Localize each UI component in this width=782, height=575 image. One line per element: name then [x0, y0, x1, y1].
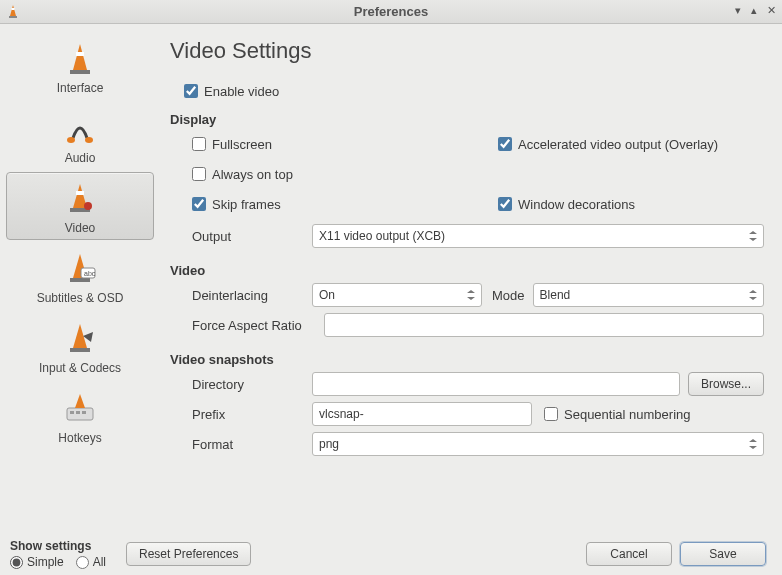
show-settings-all-radio[interactable]: All: [76, 555, 106, 569]
always-on-top-input[interactable]: [192, 167, 206, 181]
window-decorations-checkbox[interactable]: Window decorations: [458, 197, 764, 212]
show-settings-simple-radio[interactable]: Simple: [10, 555, 64, 569]
cancel-button[interactable]: Cancel: [586, 542, 672, 566]
vlc-cone-icon: [6, 4, 20, 21]
sidebar-item-hotkeys[interactable]: Hotkeys: [6, 382, 154, 450]
sidebar-item-input-codecs[interactable]: Input & Codecs: [6, 312, 154, 380]
svg-rect-20: [76, 411, 80, 414]
show-settings-label: Show settings: [10, 539, 106, 553]
sidebar-item-label: Hotkeys: [7, 431, 153, 445]
svg-marker-3: [73, 44, 87, 70]
skip-frames-checkbox[interactable]: Skip frames: [192, 197, 458, 212]
enable-video-input[interactable]: [184, 84, 198, 98]
skip-frames-label: Skip frames: [212, 197, 281, 212]
sidebar-item-label: Subtitles & OSD: [7, 291, 153, 305]
format-label: Format: [192, 437, 312, 452]
svg-marker-0: [10, 5, 16, 16]
directory-input[interactable]: [312, 372, 680, 396]
video-heading: Video: [170, 263, 764, 278]
sidebar-item-subtitles[interactable]: abc Subtitles & OSD: [6, 242, 154, 310]
svg-rect-21: [82, 411, 86, 414]
svg-rect-13: [70, 278, 90, 282]
svg-rect-17: [70, 348, 90, 352]
sequential-numbering-checkbox[interactable]: Sequential numbering: [544, 407, 690, 422]
force-aspect-ratio-input[interactable]: [324, 313, 764, 337]
display-heading: Display: [170, 112, 764, 127]
always-on-top-checkbox[interactable]: Always on top: [192, 167, 293, 182]
page-title: Video Settings: [170, 38, 764, 64]
sidebar-item-audio[interactable]: Audio: [6, 102, 154, 170]
sidebar-item-video[interactable]: Video: [6, 172, 154, 240]
always-on-top-label: Always on top: [212, 167, 293, 182]
svg-rect-4: [76, 52, 84, 56]
window-decorations-label: Window decorations: [518, 197, 635, 212]
title-bar: Preferences ▾ ▴ ✕: [0, 0, 782, 24]
deinterlacing-label: Deinterlacing: [192, 288, 312, 303]
enable-video-label: Enable video: [204, 84, 279, 99]
svg-marker-22: [75, 394, 85, 408]
hotkeys-icon: [7, 389, 153, 429]
fullscreen-label: Fullscreen: [212, 137, 272, 152]
sidebar-item-interface[interactable]: Interface: [6, 32, 154, 100]
format-select[interactable]: png: [312, 432, 764, 456]
fullscreen-checkbox[interactable]: Fullscreen: [192, 137, 458, 152]
preferences-sidebar: Interface Audio Video abc Subtitles & OS…: [0, 24, 160, 533]
minimize-icon[interactable]: ▾: [735, 4, 741, 17]
directory-label: Directory: [192, 377, 312, 392]
interface-icon: [7, 39, 153, 79]
codecs-icon: [7, 319, 153, 359]
svg-point-7: [85, 137, 93, 143]
close-icon[interactable]: ✕: [767, 4, 776, 17]
save-button[interactable]: Save: [680, 542, 766, 566]
svg-text:abc: abc: [84, 270, 96, 277]
sidebar-item-label: Input & Codecs: [7, 361, 153, 375]
force-aspect-ratio-label: Force Aspect Ratio: [192, 318, 324, 333]
output-select[interactable]: X11 video output (XCB): [312, 224, 764, 248]
svg-point-11: [84, 202, 92, 210]
svg-rect-2: [9, 16, 17, 18]
accelerated-output-input[interactable]: [498, 137, 512, 151]
mode-select[interactable]: Blend: [533, 283, 764, 307]
mode-label: Mode: [492, 288, 525, 303]
settings-panel: Video Settings Enable video Display Full…: [160, 24, 782, 533]
sidebar-item-label: Interface: [7, 81, 153, 95]
reset-preferences-button[interactable]: Reset Preferences: [126, 542, 251, 566]
svg-point-6: [67, 137, 75, 143]
accelerated-output-label: Accelerated video output (Overlay): [518, 137, 718, 152]
enable-video-checkbox[interactable]: Enable video: [184, 84, 279, 99]
svg-rect-1: [12, 8, 15, 10]
svg-rect-19: [70, 411, 74, 414]
prefix-input[interactable]: [312, 402, 532, 426]
subtitles-icon: abc: [7, 249, 153, 289]
video-icon: [7, 179, 153, 219]
audio-icon: [7, 109, 153, 149]
svg-rect-9: [76, 191, 84, 195]
browse-button[interactable]: Browse...: [688, 372, 764, 396]
deinterlacing-select[interactable]: On: [312, 283, 482, 307]
snapshots-heading: Video snapshots: [170, 352, 764, 367]
window-title: Preferences: [354, 4, 428, 19]
sidebar-item-label: Video: [7, 221, 153, 235]
prefix-label: Prefix: [192, 407, 312, 422]
window-decorations-input[interactable]: [498, 197, 512, 211]
maximize-icon[interactable]: ▴: [751, 4, 757, 17]
output-label: Output: [192, 229, 312, 244]
fullscreen-input[interactable]: [192, 137, 206, 151]
sidebar-item-label: Audio: [7, 151, 153, 165]
accelerated-output-checkbox[interactable]: Accelerated video output (Overlay): [458, 137, 764, 152]
skip-frames-input[interactable]: [192, 197, 206, 211]
sequential-numbering-input[interactable]: [544, 407, 558, 421]
svg-rect-5: [70, 70, 90, 74]
footer: Show settings Simple All Reset Preferenc…: [0, 533, 782, 575]
sequential-numbering-label: Sequential numbering: [564, 407, 690, 422]
